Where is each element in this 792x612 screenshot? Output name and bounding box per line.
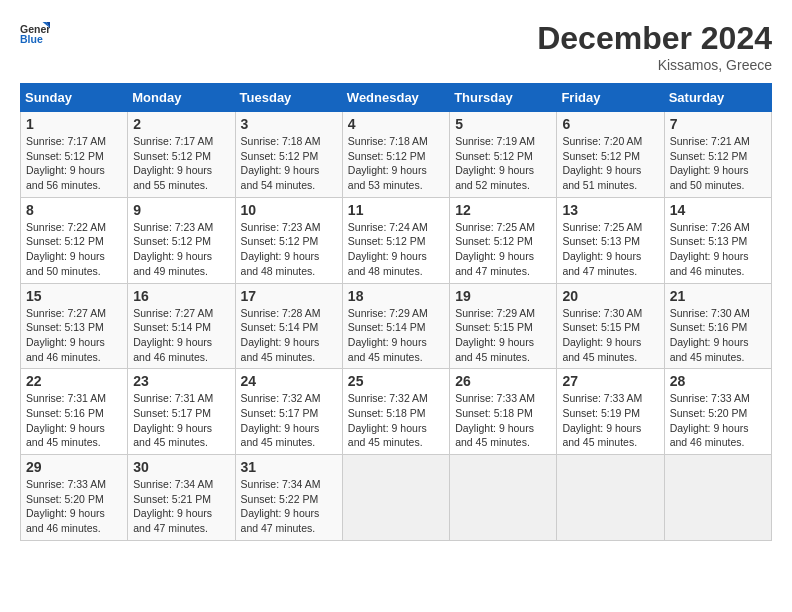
day-info: Sunrise: 7:17 AMSunset: 5:12 PMDaylight:… bbox=[26, 134, 122, 193]
calendar-cell: 12Sunrise: 7:25 AMSunset: 5:12 PMDayligh… bbox=[450, 197, 557, 283]
day-info: Sunrise: 7:33 AMSunset: 5:19 PMDaylight:… bbox=[562, 391, 658, 450]
calendar-week-row: 29Sunrise: 7:33 AMSunset: 5:20 PMDayligh… bbox=[21, 455, 772, 541]
calendar-cell: 31Sunrise: 7:34 AMSunset: 5:22 PMDayligh… bbox=[235, 455, 342, 541]
calendar-cell: 17Sunrise: 7:28 AMSunset: 5:14 PMDayligh… bbox=[235, 283, 342, 369]
day-info: Sunrise: 7:34 AMSunset: 5:21 PMDaylight:… bbox=[133, 477, 229, 536]
calendar-cell: 30Sunrise: 7:34 AMSunset: 5:21 PMDayligh… bbox=[128, 455, 235, 541]
calendar-cell: 27Sunrise: 7:33 AMSunset: 5:19 PMDayligh… bbox=[557, 369, 664, 455]
day-info: Sunrise: 7:25 AMSunset: 5:13 PMDaylight:… bbox=[562, 220, 658, 279]
day-info: Sunrise: 7:23 AMSunset: 5:12 PMDaylight:… bbox=[241, 220, 337, 279]
day-info: Sunrise: 7:27 AMSunset: 5:14 PMDaylight:… bbox=[133, 306, 229, 365]
day-info: Sunrise: 7:23 AMSunset: 5:12 PMDaylight:… bbox=[133, 220, 229, 279]
calendar-cell: 25Sunrise: 7:32 AMSunset: 5:18 PMDayligh… bbox=[342, 369, 449, 455]
calendar-cell bbox=[342, 455, 449, 541]
calendar-cell: 21Sunrise: 7:30 AMSunset: 5:16 PMDayligh… bbox=[664, 283, 771, 369]
month-title: December 2024 bbox=[537, 20, 772, 57]
day-number: 6 bbox=[562, 116, 658, 132]
calendar-week-row: 22Sunrise: 7:31 AMSunset: 5:16 PMDayligh… bbox=[21, 369, 772, 455]
calendar-cell: 28Sunrise: 7:33 AMSunset: 5:20 PMDayligh… bbox=[664, 369, 771, 455]
calendar-cell: 5Sunrise: 7:19 AMSunset: 5:12 PMDaylight… bbox=[450, 112, 557, 198]
calendar-cell: 15Sunrise: 7:27 AMSunset: 5:13 PMDayligh… bbox=[21, 283, 128, 369]
location: Kissamos, Greece bbox=[537, 57, 772, 73]
day-number: 29 bbox=[26, 459, 122, 475]
calendar-cell: 20Sunrise: 7:30 AMSunset: 5:15 PMDayligh… bbox=[557, 283, 664, 369]
day-info: Sunrise: 7:34 AMSunset: 5:22 PMDaylight:… bbox=[241, 477, 337, 536]
calendar-cell: 9Sunrise: 7:23 AMSunset: 5:12 PMDaylight… bbox=[128, 197, 235, 283]
calendar-body: 1Sunrise: 7:17 AMSunset: 5:12 PMDaylight… bbox=[21, 112, 772, 541]
calendar-cell: 24Sunrise: 7:32 AMSunset: 5:17 PMDayligh… bbox=[235, 369, 342, 455]
day-info: Sunrise: 7:18 AMSunset: 5:12 PMDaylight:… bbox=[348, 134, 444, 193]
day-number: 8 bbox=[26, 202, 122, 218]
day-info: Sunrise: 7:30 AMSunset: 5:15 PMDaylight:… bbox=[562, 306, 658, 365]
day-info: Sunrise: 7:18 AMSunset: 5:12 PMDaylight:… bbox=[241, 134, 337, 193]
day-number: 20 bbox=[562, 288, 658, 304]
header-tuesday: Tuesday bbox=[235, 84, 342, 112]
day-info: Sunrise: 7:28 AMSunset: 5:14 PMDaylight:… bbox=[241, 306, 337, 365]
day-info: Sunrise: 7:33 AMSunset: 5:20 PMDaylight:… bbox=[26, 477, 122, 536]
day-info: Sunrise: 7:20 AMSunset: 5:12 PMDaylight:… bbox=[562, 134, 658, 193]
page-header: General Blue December 2024 Kissamos, Gre… bbox=[20, 20, 772, 73]
header-saturday: Saturday bbox=[664, 84, 771, 112]
day-number: 3 bbox=[241, 116, 337, 132]
day-info: Sunrise: 7:24 AMSunset: 5:12 PMDaylight:… bbox=[348, 220, 444, 279]
day-number: 26 bbox=[455, 373, 551, 389]
day-number: 30 bbox=[133, 459, 229, 475]
day-number: 25 bbox=[348, 373, 444, 389]
calendar-cell bbox=[664, 455, 771, 541]
day-number: 24 bbox=[241, 373, 337, 389]
day-info: Sunrise: 7:29 AMSunset: 5:15 PMDaylight:… bbox=[455, 306, 551, 365]
day-info: Sunrise: 7:30 AMSunset: 5:16 PMDaylight:… bbox=[670, 306, 766, 365]
day-number: 28 bbox=[670, 373, 766, 389]
calendar-cell: 6Sunrise: 7:20 AMSunset: 5:12 PMDaylight… bbox=[557, 112, 664, 198]
header-sunday: Sunday bbox=[21, 84, 128, 112]
calendar-cell: 13Sunrise: 7:25 AMSunset: 5:13 PMDayligh… bbox=[557, 197, 664, 283]
calendar-cell: 19Sunrise: 7:29 AMSunset: 5:15 PMDayligh… bbox=[450, 283, 557, 369]
calendar-cell: 4Sunrise: 7:18 AMSunset: 5:12 PMDaylight… bbox=[342, 112, 449, 198]
day-number: 11 bbox=[348, 202, 444, 218]
day-number: 5 bbox=[455, 116, 551, 132]
calendar-week-row: 1Sunrise: 7:17 AMSunset: 5:12 PMDaylight… bbox=[21, 112, 772, 198]
day-number: 18 bbox=[348, 288, 444, 304]
day-number: 12 bbox=[455, 202, 551, 218]
calendar-cell: 3Sunrise: 7:18 AMSunset: 5:12 PMDaylight… bbox=[235, 112, 342, 198]
day-number: 19 bbox=[455, 288, 551, 304]
day-number: 9 bbox=[133, 202, 229, 218]
day-info: Sunrise: 7:25 AMSunset: 5:12 PMDaylight:… bbox=[455, 220, 551, 279]
calendar-cell bbox=[450, 455, 557, 541]
day-number: 15 bbox=[26, 288, 122, 304]
calendar-cell: 10Sunrise: 7:23 AMSunset: 5:12 PMDayligh… bbox=[235, 197, 342, 283]
day-info: Sunrise: 7:32 AMSunset: 5:18 PMDaylight:… bbox=[348, 391, 444, 450]
day-number: 31 bbox=[241, 459, 337, 475]
day-info: Sunrise: 7:29 AMSunset: 5:14 PMDaylight:… bbox=[348, 306, 444, 365]
header-monday: Monday bbox=[128, 84, 235, 112]
day-number: 14 bbox=[670, 202, 766, 218]
calendar-cell: 11Sunrise: 7:24 AMSunset: 5:12 PMDayligh… bbox=[342, 197, 449, 283]
day-number: 17 bbox=[241, 288, 337, 304]
calendar-cell: 16Sunrise: 7:27 AMSunset: 5:14 PMDayligh… bbox=[128, 283, 235, 369]
day-number: 16 bbox=[133, 288, 229, 304]
days-header-row: Sunday Monday Tuesday Wednesday Thursday… bbox=[21, 84, 772, 112]
calendar-cell: 8Sunrise: 7:22 AMSunset: 5:12 PMDaylight… bbox=[21, 197, 128, 283]
logo: General Blue bbox=[20, 20, 50, 48]
day-info: Sunrise: 7:26 AMSunset: 5:13 PMDaylight:… bbox=[670, 220, 766, 279]
day-info: Sunrise: 7:21 AMSunset: 5:12 PMDaylight:… bbox=[670, 134, 766, 193]
calendar-cell: 23Sunrise: 7:31 AMSunset: 5:17 PMDayligh… bbox=[128, 369, 235, 455]
title-block: December 2024 Kissamos, Greece bbox=[537, 20, 772, 73]
day-number: 4 bbox=[348, 116, 444, 132]
day-number: 10 bbox=[241, 202, 337, 218]
calendar-cell: 26Sunrise: 7:33 AMSunset: 5:18 PMDayligh… bbox=[450, 369, 557, 455]
day-number: 1 bbox=[26, 116, 122, 132]
header-friday: Friday bbox=[557, 84, 664, 112]
calendar-table: Sunday Monday Tuesday Wednesday Thursday… bbox=[20, 83, 772, 541]
day-number: 2 bbox=[133, 116, 229, 132]
day-info: Sunrise: 7:32 AMSunset: 5:17 PMDaylight:… bbox=[241, 391, 337, 450]
day-number: 7 bbox=[670, 116, 766, 132]
day-number: 21 bbox=[670, 288, 766, 304]
logo-icon: General Blue bbox=[20, 20, 50, 48]
day-info: Sunrise: 7:19 AMSunset: 5:12 PMDaylight:… bbox=[455, 134, 551, 193]
calendar-cell: 7Sunrise: 7:21 AMSunset: 5:12 PMDaylight… bbox=[664, 112, 771, 198]
calendar-week-row: 8Sunrise: 7:22 AMSunset: 5:12 PMDaylight… bbox=[21, 197, 772, 283]
calendar-cell: 22Sunrise: 7:31 AMSunset: 5:16 PMDayligh… bbox=[21, 369, 128, 455]
svg-text:Blue: Blue bbox=[20, 33, 43, 45]
day-info: Sunrise: 7:17 AMSunset: 5:12 PMDaylight:… bbox=[133, 134, 229, 193]
